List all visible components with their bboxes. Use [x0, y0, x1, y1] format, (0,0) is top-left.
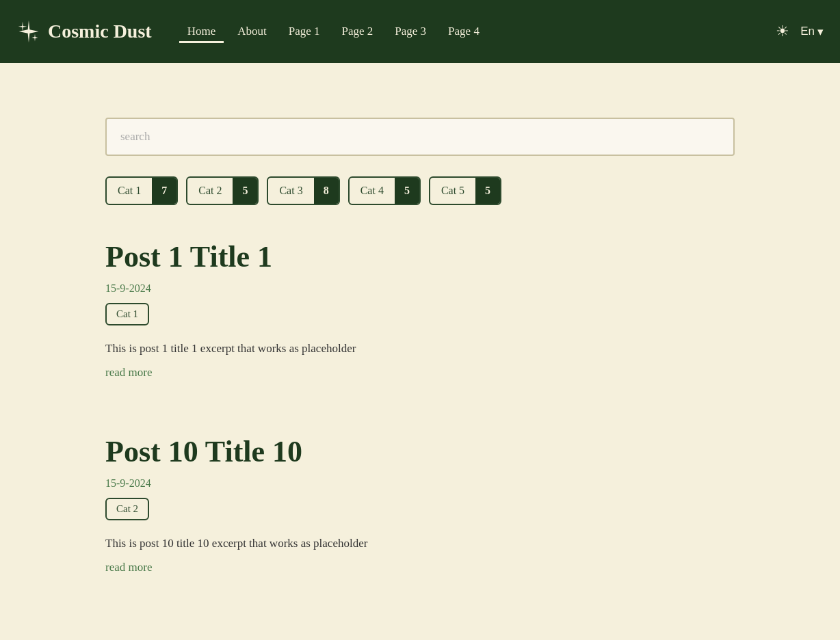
- logo-link[interactable]: Cosmic Dust: [16, 19, 152, 44]
- category-count-cat4: 5: [395, 178, 419, 204]
- post-item: Post 10 Title 10 15-9-2024 Cat 2 This is…: [105, 434, 735, 574]
- category-label-cat5: Cat 5: [430, 178, 475, 204]
- nav-link-page1[interactable]: Page 1: [280, 21, 328, 42]
- category-label-cat2: Cat 2: [187, 178, 233, 204]
- nav-link-page4[interactable]: Page 4: [440, 21, 488, 42]
- nav-link-home[interactable]: Home: [179, 21, 224, 43]
- theme-toggle-button[interactable]: ☀: [776, 23, 789, 40]
- main-content: Cat 1 7 Cat 2 5 Cat 3 8 Cat 4 5 Cat 5 5 …: [92, 63, 748, 640]
- post-title: Post 10 Title 10: [105, 434, 735, 470]
- read-more-link[interactable]: read more: [105, 561, 152, 574]
- category-label-cat1: Cat 1: [107, 178, 152, 204]
- read-more-link[interactable]: read more: [105, 366, 152, 379]
- post-tag[interactable]: Cat 1: [105, 303, 149, 325]
- post-date: 15-9-2024: [105, 282, 735, 295]
- chevron-down-icon: ▾: [817, 25, 824, 39]
- category-count-cat5: 5: [475, 178, 500, 204]
- post-item: Post 1 Title 1 15-9-2024 Cat 1 This is p…: [105, 239, 735, 379]
- category-button-cat4[interactable]: Cat 4 5: [348, 176, 421, 205]
- post-tag[interactable]: Cat 2: [105, 498, 149, 520]
- language-selector[interactable]: En ▾: [800, 25, 824, 39]
- search-container: [105, 118, 735, 156]
- search-input[interactable]: [105, 118, 735, 156]
- post-excerpt: This is post 10 title 10 excerpt that wo…: [105, 534, 735, 552]
- language-label: En: [800, 25, 815, 38]
- post-date: 15-9-2024: [105, 477, 735, 490]
- category-label-cat4: Cat 4: [350, 178, 395, 204]
- navbar: Cosmic Dust Home About Page 1 Page 2 Pag…: [0, 0, 840, 63]
- category-button-cat2[interactable]: Cat 2 5: [186, 176, 259, 205]
- category-button-cat5[interactable]: Cat 5 5: [429, 176, 501, 205]
- category-count-cat1: 7: [152, 178, 176, 204]
- category-count-cat2: 5: [233, 178, 257, 204]
- category-button-cat1[interactable]: Cat 1 7: [105, 176, 178, 205]
- nav-right: ☀ En ▾: [776, 23, 824, 40]
- logo-text: Cosmic Dust: [48, 21, 152, 42]
- nav-link-about[interactable]: About: [229, 21, 275, 42]
- category-filters: Cat 1 7 Cat 2 5 Cat 3 8 Cat 4 5 Cat 5 5: [105, 176, 735, 205]
- category-button-cat3[interactable]: Cat 3 8: [267, 176, 339, 205]
- nav-link-page3[interactable]: Page 3: [386, 21, 434, 42]
- logo-icon: [16, 19, 41, 44]
- nav-links: Home About Page 1 Page 2 Page 3 Page 4: [179, 21, 776, 43]
- nav-link-page2[interactable]: Page 2: [334, 21, 382, 42]
- category-count-cat3: 8: [314, 178, 339, 204]
- post-excerpt: This is post 1 title 1 excerpt that work…: [105, 339, 735, 358]
- post-title: Post 1 Title 1: [105, 239, 735, 276]
- category-label-cat3: Cat 3: [268, 178, 313, 204]
